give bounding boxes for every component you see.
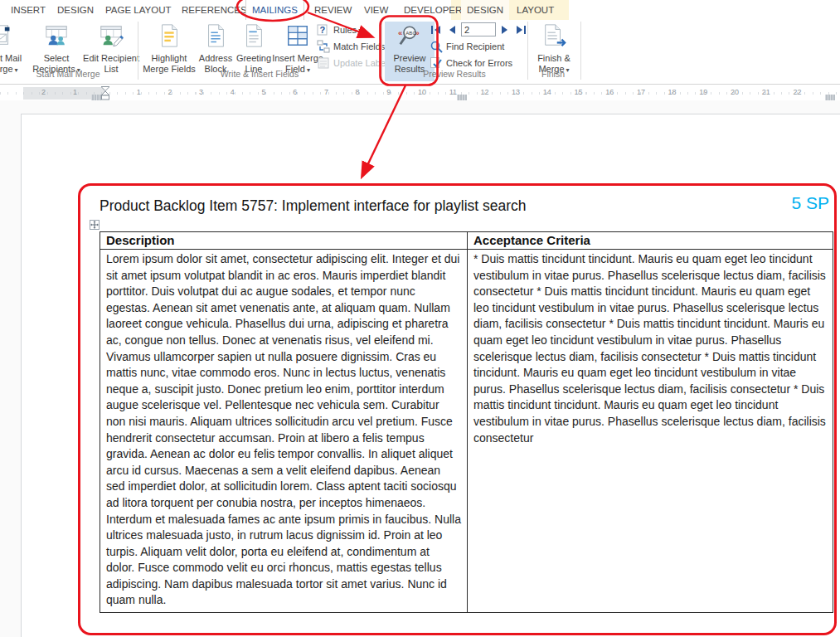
tab-mailings[interactable]: MAILINGS bbox=[245, 0, 304, 20]
description-header[interactable]: Description bbox=[100, 232, 468, 250]
preview-results-label-line1: Preview bbox=[393, 53, 425, 64]
table-move-handle-icon[interactable] bbox=[90, 218, 100, 228]
find-recipient-button[interactable]: Find Recipient bbox=[430, 39, 504, 54]
ribbon-tab-bar: INSERT DESIGN PAGE LAYOUT REFERENCES MAI… bbox=[0, 0, 840, 20]
svg-text:?: ? bbox=[320, 25, 326, 35]
group-label-start-mail-merge: Start Mail Merge bbox=[0, 69, 136, 79]
table-row: Lorem ipsum dolor sit amet, consectetur … bbox=[100, 250, 833, 613]
rules-button[interactable]: ? Rules bbox=[317, 22, 362, 37]
word-window: INSERT DESIGN PAGE LAYOUT REFERENCES MAI… bbox=[0, 0, 840, 637]
story-points-value[interactable]: 5 SP bbox=[738, 193, 829, 213]
tab-review[interactable]: REVIEW bbox=[308, 0, 357, 20]
first-record-button[interactable] bbox=[430, 24, 443, 36]
svg-text:ABC: ABC bbox=[405, 30, 416, 36]
greeting-line-icon bbox=[241, 22, 266, 53]
update-labels-label: Update Labels bbox=[333, 58, 392, 68]
rules-label: Rules bbox=[333, 25, 357, 35]
tab-references[interactable]: REFERENCES bbox=[176, 0, 253, 20]
start-mail-merge-icon bbox=[0, 22, 15, 53]
group-label-write-insert-fields: Write & Insert Fields bbox=[138, 69, 381, 79]
next-record-button[interactable] bbox=[498, 24, 512, 36]
svg-text:«: « bbox=[398, 29, 402, 37]
match-fields-button[interactable]: Match Fields bbox=[317, 39, 385, 54]
update-labels-icon bbox=[317, 56, 330, 70]
find-recipient-label: Find Recipient bbox=[446, 41, 504, 51]
record-navigation bbox=[430, 22, 527, 36]
check-for-errors-icon bbox=[430, 56, 443, 70]
record-number-input[interactable] bbox=[461, 22, 496, 36]
ribbon-mailings: Start Mail Merge Select Recipients Edit … bbox=[0, 20, 840, 85]
match-fields-icon bbox=[317, 40, 330, 53]
insert-merge-field-icon bbox=[285, 22, 310, 53]
acceptance-criteria-header[interactable]: Acceptance Criteria bbox=[468, 232, 833, 250]
edit-recipient-list-icon bbox=[99, 22, 124, 53]
group-label-preview-results: Preview Results bbox=[381, 69, 527, 79]
tab-table-layout[interactable]: LAYOUT bbox=[511, 0, 560, 20]
last-record-button[interactable] bbox=[514, 24, 527, 36]
tab-view[interactable]: VIEW bbox=[358, 0, 394, 20]
match-fields-label: Match Fields bbox=[333, 41, 385, 51]
preview-results-icon: «»ABC bbox=[397, 22, 422, 53]
tab-design[interactable]: DESIGN bbox=[51, 0, 100, 20]
tab-developer[interactable]: DEVELOPER bbox=[398, 0, 468, 20]
backlog-item-table: Description Acceptance Criteria Lorem ip… bbox=[100, 231, 833, 613]
acceptance-criteria-cell[interactable]: * Duis mattis tincidunt tincidunt. Mauri… bbox=[468, 250, 833, 613]
address-block-icon bbox=[203, 22, 228, 53]
tab-page-layout[interactable]: PAGE LAYOUT bbox=[100, 0, 177, 20]
tab-table-design[interactable]: DESIGN bbox=[461, 0, 509, 20]
finish-merge-icon bbox=[541, 22, 566, 53]
check-for-errors-label: Check for Errors bbox=[446, 58, 512, 68]
group-label-finish: Finish bbox=[527, 69, 579, 79]
rules-icon: ? bbox=[317, 23, 330, 36]
select-recipients-icon bbox=[44, 22, 69, 53]
description-cell[interactable]: Lorem ipsum dolor sit amet, consectetur … bbox=[100, 250, 468, 613]
tab-insert[interactable]: INSERT bbox=[5, 0, 51, 20]
backlog-item-title[interactable]: Product Backlog Item 5757: Implement int… bbox=[100, 197, 527, 215]
find-recipient-icon bbox=[430, 40, 443, 53]
previous-record-button[interactable] bbox=[445, 24, 459, 36]
highlight-merge-fields-icon bbox=[157, 22, 182, 53]
group-divider bbox=[580, 22, 581, 80]
horizontal-ruler: 2112345678910111213141516171819202122 bbox=[0, 86, 840, 100]
